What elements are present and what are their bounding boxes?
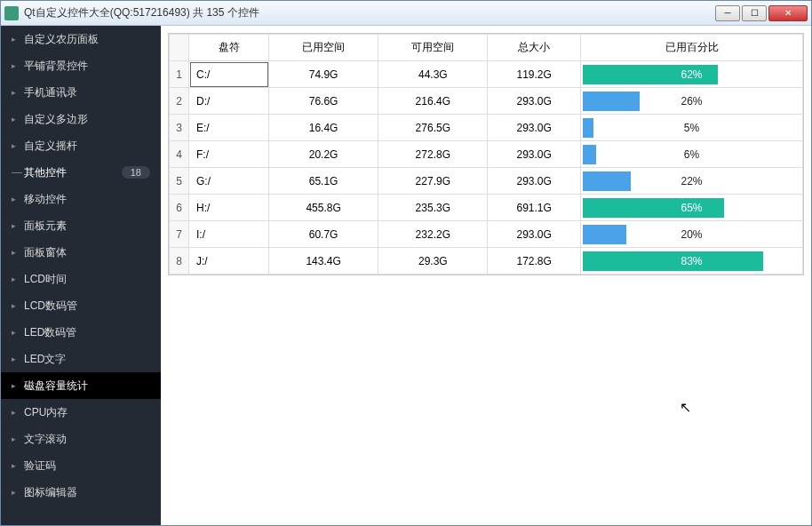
col-header[interactable]: 盘符 <box>189 35 269 61</box>
progress-text: 62% <box>583 65 800 84</box>
cell-percent: 65% <box>581 195 803 221</box>
sidebar-item-label: 验证码 <box>24 458 56 474</box>
window-buttons: ─ ☐ ✕ <box>713 5 808 21</box>
progress-bar: 5% <box>583 118 800 138</box>
sidebar-item-label: 磁盘容量统计 <box>24 379 88 394</box>
cell-free: 272.8G <box>378 141 488 168</box>
table-row[interactable]: 8J:/143.4G29.3G172.8G83% <box>170 248 803 275</box>
col-header[interactable]: 已用空间 <box>269 35 378 61</box>
progress-text: 6% <box>583 145 800 164</box>
cell-percent: 20% <box>581 221 803 248</box>
cell-total: 119.2G <box>488 61 581 88</box>
table-body: 1C:/74.9G44.3G119.2G62%2D:/76.6G216.4G29… <box>170 61 803 275</box>
cell-used: 65.1G <box>269 168 378 195</box>
sidebar-item[interactable]: ▸文字滚动 <box>1 426 161 452</box>
cell-total: 172.8G <box>488 248 581 275</box>
sidebar-item[interactable]: ▸图标编辑器 <box>1 479 161 506</box>
sidebar-item[interactable]: ▸验证码 <box>1 452 161 479</box>
chevron-right-icon: ▸ <box>12 248 24 257</box>
content-area: 盘符已用空间可用空间总大小已用百分比 1C:/74.9G44.3G119.2G6… <box>161 26 811 525</box>
chevron-right-icon: ▸ <box>12 301 24 310</box>
sidebar-item-label: LCD数码管 <box>24 299 77 314</box>
progress-bar: 26% <box>583 92 800 111</box>
minimize-button[interactable]: ─ <box>715 5 740 21</box>
table-row[interactable]: 4F:/20.2G272.8G293.0G6% <box>170 141 803 168</box>
row-number: 7 <box>170 221 189 248</box>
cell-total: 293.0G <box>488 115 581 141</box>
sidebar-item-label: 手机通讯录 <box>24 85 77 100</box>
sidebar-item[interactable]: ▸平铺背景控件 <box>1 52 161 79</box>
progress-bar: 83% <box>583 251 800 271</box>
sidebar-item[interactable]: ▸面板窗体 <box>1 239 161 266</box>
col-header[interactable]: 可用空间 <box>378 35 488 61</box>
sidebar-item[interactable]: ▸LED文字 <box>1 346 161 372</box>
col-header[interactable]: 已用百分比 <box>581 35 803 61</box>
cell-drive[interactable]: H:/ <box>189 195 269 221</box>
sidebar-group[interactable]: —其他控件18 <box>1 159 161 186</box>
table-header-row: 盘符已用空间可用空间总大小已用百分比 <box>170 35 803 61</box>
chevron-right-icon: ▸ <box>12 195 24 203</box>
sidebar-item[interactable]: ▸自定义多边形 <box>1 106 161 132</box>
sidebar-badge: 18 <box>122 166 150 179</box>
table-row[interactable]: 5G:/65.1G227.9G293.0G22% <box>170 168 803 195</box>
sidebar-item[interactable]: ▸LED数码管 <box>1 319 161 346</box>
chevron-right-icon: ▸ <box>12 35 24 44</box>
cell-percent: 62% <box>581 61 803 88</box>
progress-text: 83% <box>583 251 800 271</box>
cell-drive[interactable]: F:/ <box>189 141 269 168</box>
cell-total: 293.0G <box>488 88 581 115</box>
chevron-right-icon: ▸ <box>12 115 24 124</box>
maximize-button[interactable]: ☐ <box>742 5 767 21</box>
row-number: 8 <box>170 248 189 275</box>
table-row[interactable]: 3E:/16.4G276.5G293.0G5% <box>170 115 803 141</box>
chevron-right-icon: ▸ <box>12 381 24 390</box>
cell-drive[interactable]: E:/ <box>189 115 269 141</box>
close-button[interactable]: ✕ <box>768 5 808 21</box>
cell-free: 232.2G <box>378 221 488 248</box>
progress-text: 26% <box>583 92 800 111</box>
cell-drive[interactable]: G:/ <box>189 168 269 195</box>
sidebar-item[interactable]: ▸LCD时间 <box>1 266 161 292</box>
chevron-right-icon: ▸ <box>12 488 24 497</box>
cell-used: 455.8G <box>269 195 378 221</box>
col-rownum <box>170 35 189 61</box>
sidebar-item[interactable]: ▸面板元素 <box>1 212 161 239</box>
sidebar-item[interactable]: ▸磁盘容量统计 <box>1 372 161 399</box>
table-row[interactable]: 1C:/74.9G44.3G119.2G62% <box>170 61 803 88</box>
cell-percent: 83% <box>581 248 803 275</box>
chevron-right-icon: ▸ <box>12 61 24 70</box>
chevron-right-icon: ▸ <box>12 355 24 363</box>
chevron-right-icon: ▸ <box>12 141 24 150</box>
chevron-right-icon: ▸ <box>12 461 24 470</box>
cell-used: 60.7G <box>269 221 378 248</box>
sidebar[interactable]: ▸自定义农历面板▸平铺背景控件▸手机通讯录▸自定义多边形▸自定义摇杆—其他控件1… <box>1 26 161 525</box>
table-row[interactable]: 2D:/76.6G216.4G293.0G26% <box>170 88 803 115</box>
cell-used: 16.4G <box>269 115 378 141</box>
cell-used: 74.9G <box>269 61 378 88</box>
cell-drive[interactable]: J:/ <box>189 248 269 275</box>
table-row[interactable]: 7I:/60.7G232.2G293.0G20% <box>170 221 803 248</box>
sidebar-item[interactable]: ▸自定义摇杆 <box>1 132 161 159</box>
disk-table: 盘符已用空间可用空间总大小已用百分比 1C:/74.9G44.3G119.2G6… <box>169 34 803 275</box>
cell-free: 29.3G <box>378 248 488 275</box>
cell-free: 44.3G <box>378 61 488 88</box>
cell-drive[interactable]: D:/ <box>189 88 269 115</box>
col-header[interactable]: 总大小 <box>488 35 581 61</box>
table-row[interactable]: 6H:/455.8G235.3G691.1G65% <box>170 195 803 221</box>
sidebar-item[interactable]: ▸手机通讯录 <box>1 79 161 106</box>
sidebar-item-label: 文字滚动 <box>24 432 67 447</box>
sidebar-item[interactable]: ▸移动控件 <box>1 186 161 212</box>
cell-drive[interactable]: C:/ <box>189 61 269 88</box>
sidebar-item[interactable]: ▸CPU内存 <box>1 399 161 426</box>
chevron-right-icon: ▸ <box>12 434 24 443</box>
row-number: 1 <box>170 61 189 88</box>
cell-percent: 6% <box>581 141 803 168</box>
cell-drive[interactable]: I:/ <box>189 221 269 248</box>
sidebar-item[interactable]: ▸LCD数码管 <box>1 292 161 319</box>
body: ▸自定义农历面板▸平铺背景控件▸手机通讯录▸自定义多边形▸自定义摇杆—其他控件1… <box>1 26 811 525</box>
titlebar[interactable]: Qt自定义控件大全(QQ:517216493) 共 135 个控件 ─ ☐ ✕ <box>1 1 811 26</box>
sidebar-item-label: 面板窗体 <box>24 245 67 260</box>
cell-free: 235.3G <box>378 195 488 221</box>
sidebar-item-label: 自定义多边形 <box>24 112 88 127</box>
sidebar-item[interactable]: ▸自定义农历面板 <box>1 26 161 52</box>
